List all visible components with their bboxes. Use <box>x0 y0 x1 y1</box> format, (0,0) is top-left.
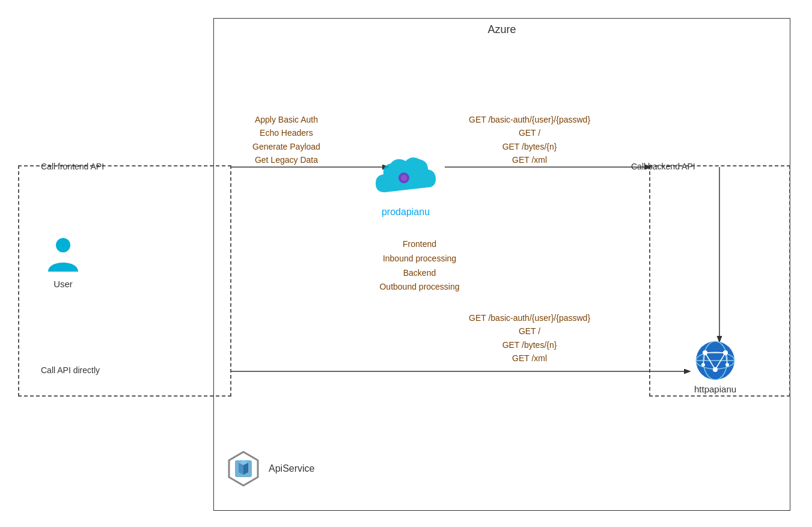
process-inbound: Inbound processing <box>359 252 480 266</box>
op-get-basic-auth-top: GET /basic-auth/{user}/{passwd} <box>469 113 590 126</box>
diagram-container: Azure Apply Basic Auth Echo Headers Gene… <box>0 0 812 527</box>
apiservice-icon: ApiService <box>225 451 314 487</box>
user-icon: User <box>42 234 84 289</box>
apiservice-svg <box>225 451 261 487</box>
op-get-xml-top: GET /xml <box>469 153 590 166</box>
op-get-bytes-bottom: GET /bytes/{n} <box>469 338 590 352</box>
op-apply-basic-auth: Apply Basic Auth <box>252 113 320 126</box>
user-figure-icon <box>42 234 84 276</box>
httpapianu-label: httpapianu <box>694 384 736 394</box>
left-api-labels: Apply Basic Auth Echo Headers Generate P… <box>252 113 320 167</box>
call-backend-api-label: Call backend API <box>631 162 695 171</box>
process-outbound: Outbound processing <box>359 280 480 294</box>
azure-label: Azure <box>487 23 516 36</box>
op-get-root-top: GET / <box>469 126 590 139</box>
op-get-legacy-data: Get Legacy Data <box>252 153 320 166</box>
svg-point-4 <box>56 238 70 252</box>
svg-point-6 <box>401 175 407 181</box>
op-get-basic-auth-bottom: GET /basic-auth/{user}/{passwd} <box>469 311 590 324</box>
right-api-labels-bottom: GET /basic-auth/{user}/{passwd} GET / GE… <box>469 311 590 365</box>
network-globe-svg <box>694 340 736 382</box>
op-generate-payload: Generate Payload <box>252 140 320 153</box>
op-echo-headers: Echo Headers <box>252 126 320 139</box>
call-frontend-api-label: Call frontend API <box>41 162 104 171</box>
prodapianu-icon: prodapianu <box>373 150 439 218</box>
right-api-labels-top: GET /basic-auth/{user}/{passwd} GET / GE… <box>469 113 590 167</box>
user-label: User <box>53 279 73 289</box>
httpapianu-icon: httpapianu <box>694 340 736 394</box>
process-frontend: Frontend <box>359 237 480 252</box>
op-get-bytes-top: GET /bytes/{n} <box>469 140 590 153</box>
prodapianu-label: prodapianu <box>382 207 430 218</box>
op-get-xml-bottom: GET /xml <box>469 352 590 365</box>
op-get-root-bottom: GET / <box>469 324 590 338</box>
apiservice-label: ApiService <box>269 463 314 474</box>
process-backend: Backend <box>359 266 480 281</box>
call-api-directly-label: Call API directly <box>41 365 100 375</box>
cloud-svg <box>373 150 439 204</box>
cloud-process-labels: Frontend Inbound processing Backend Outb… <box>359 237 480 294</box>
